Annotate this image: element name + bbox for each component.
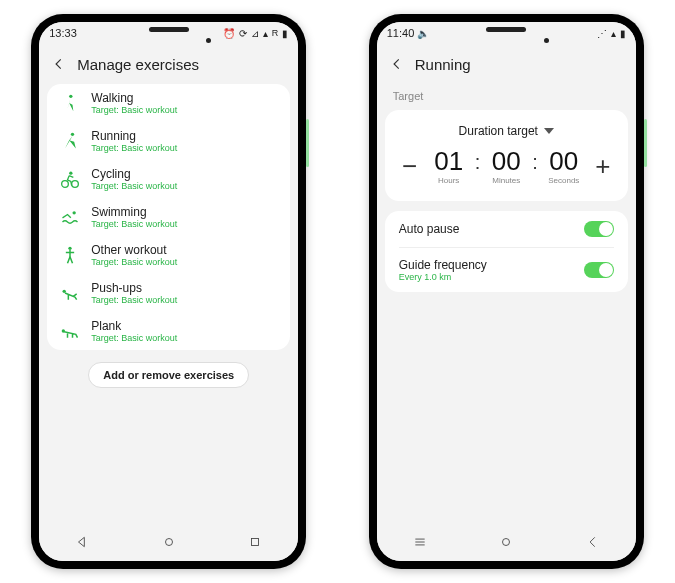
exercise-name: Push-ups: [91, 281, 278, 295]
battery-icon: ▮: [620, 28, 626, 39]
auto-pause-toggle[interactable]: [584, 221, 614, 237]
network-icon: ⊿: [251, 28, 259, 39]
status-time: 11:40: [387, 27, 415, 39]
minutes-column[interactable]: 00 Minutes: [484, 148, 528, 185]
exercise-item-cycling[interactable]: CyclingTarget: Basic workout: [47, 160, 290, 198]
screen-right: 11:40 🔈 ⋰ ▴ ▮ Running Target Duration ta…: [377, 22, 636, 561]
guide-frequency-row[interactable]: Guide frequency Every 1.0 km: [385, 248, 628, 292]
seconds-value: 00: [549, 148, 578, 174]
exercise-name: Other workout: [91, 243, 278, 257]
minutes-label: Minutes: [492, 176, 520, 185]
svg-point-5: [73, 211, 76, 214]
power-button: [644, 119, 647, 167]
exercise-texts: RunningTarget: Basic workout: [91, 129, 278, 153]
exercise-texts: SwimmingTarget: Basic workout: [91, 205, 278, 229]
phone-running-target: 11:40 🔈 ⋰ ▴ ▮ Running Target Duration ta…: [369, 14, 644, 569]
svg-point-4: [69, 172, 72, 175]
svg-point-1: [71, 133, 74, 136]
guide-frequency-sub: Every 1.0 km: [399, 272, 584, 282]
status-bar: 11:40 🔈 ⋰ ▴ ▮: [377, 22, 636, 44]
exercise-item-swimming[interactable]: SwimmingTarget: Basic workout: [47, 198, 290, 236]
nav-home-button[interactable]: [162, 535, 176, 553]
wifi-icon: ⋰: [597, 28, 607, 39]
exercise-item-pushups[interactable]: Push-upsTarget: Basic workout: [47, 274, 290, 312]
increment-button[interactable]: +: [590, 151, 616, 182]
phone-manage-exercises: 13:33 ⏰ ⟳ ⊿ ▴ R ▮ Manage exercises Walki…: [31, 14, 306, 569]
hours-value: 01: [434, 148, 463, 174]
exercise-target: Target: Basic workout: [91, 257, 278, 267]
exercise-target: Target: Basic workout: [91, 181, 278, 191]
sync-icon: ⟳: [239, 28, 247, 39]
svg-point-3: [72, 181, 79, 188]
alarm-icon: ⏰: [223, 28, 235, 39]
exercise-target: Target: Basic workout: [91, 143, 278, 153]
exercise-name: Cycling: [91, 167, 278, 181]
android-nav-bar: [377, 527, 636, 561]
seconds-label: Seconds: [548, 176, 579, 185]
hours-column[interactable]: 01 Hours: [427, 148, 471, 185]
duration-picker: − 01 Hours : 00 Minutes : 00 Seconds +: [395, 148, 618, 185]
chevron-down-icon: [544, 126, 554, 136]
back-button[interactable]: [49, 54, 69, 74]
auto-pause-row[interactable]: Auto pause: [385, 211, 628, 247]
running-icon: [59, 130, 81, 152]
status-icons: ⋰ ▴ ▮: [597, 28, 626, 39]
exercise-name: Running: [91, 129, 278, 143]
svg-point-6: [69, 247, 72, 250]
volume-icon: 🔈: [417, 28, 429, 39]
hours-label: Hours: [438, 176, 459, 185]
plank-icon: [59, 320, 81, 342]
exercise-item-walking[interactable]: WalkingTarget: Basic workout: [47, 84, 290, 122]
guide-frequency-toggle[interactable]: [584, 262, 614, 278]
back-arrow-icon: [390, 57, 404, 71]
exercise-target: Target: Basic workout: [91, 219, 278, 229]
time-separator: :: [475, 152, 481, 172]
section-label-target: Target: [377, 84, 636, 110]
nav-home-button[interactable]: [499, 535, 513, 553]
signal-icon: ▴: [263, 28, 268, 39]
status-bar: 13:33 ⏰ ⟳ ⊿ ▴ R ▮: [39, 22, 298, 44]
back-button[interactable]: [387, 54, 407, 74]
target-card: Duration target − 01 Hours : 00 Minutes …: [385, 110, 628, 201]
page-title: Manage exercises: [77, 56, 199, 73]
decrement-button[interactable]: −: [397, 151, 423, 182]
svg-point-2: [62, 181, 69, 188]
exercise-name: Walking: [91, 91, 278, 105]
exercise-item-other[interactable]: Other workoutTarget: Basic workout: [47, 236, 290, 274]
add-remove-exercises-button[interactable]: Add or remove exercises: [88, 362, 249, 388]
pushups-icon: [59, 282, 81, 304]
exercise-item-running[interactable]: RunningTarget: Basic workout: [47, 122, 290, 160]
svg-point-0: [69, 95, 72, 98]
exercise-list: WalkingTarget: Basic workoutRunningTarge…: [47, 84, 290, 350]
other-icon: [59, 244, 81, 266]
exercise-texts: Other workoutTarget: Basic workout: [91, 243, 278, 267]
exercise-target: Target: Basic workout: [91, 105, 278, 115]
exercise-item-plank[interactable]: PlankTarget: Basic workout: [47, 312, 290, 350]
signal-icon: ▴: [611, 28, 616, 39]
exercise-texts: Push-upsTarget: Basic workout: [91, 281, 278, 305]
nav-back-button[interactable]: [75, 535, 89, 553]
android-nav-bar: [39, 527, 298, 561]
nav-back-button[interactable]: [586, 535, 600, 553]
exercise-texts: PlankTarget: Basic workout: [91, 319, 278, 343]
seconds-column[interactable]: 00 Seconds: [542, 148, 586, 185]
nav-recent-button[interactable]: [248, 535, 262, 553]
header: Manage exercises: [39, 44, 298, 84]
walking-icon: [59, 92, 81, 114]
svg-point-11: [503, 539, 510, 546]
back-arrow-icon: [52, 57, 66, 71]
target-type-dropdown[interactable]: Duration target: [395, 124, 618, 138]
settings-card: Auto pause Guide frequency Every 1.0 km: [385, 211, 628, 292]
status-icons: ⏰ ⟳ ⊿ ▴ R ▮: [223, 28, 289, 39]
header: Running: [377, 44, 636, 84]
exercise-target: Target: Basic workout: [91, 333, 278, 343]
status-time: 13:33: [49, 27, 77, 39]
exercise-texts: CyclingTarget: Basic workout: [91, 167, 278, 191]
cycling-icon: [59, 168, 81, 190]
auto-pause-title: Auto pause: [399, 222, 584, 236]
exercise-target: Target: Basic workout: [91, 295, 278, 305]
exercise-texts: WalkingTarget: Basic workout: [91, 91, 278, 115]
svg-rect-10: [252, 539, 259, 546]
nav-recent-button[interactable]: [413, 535, 427, 553]
power-button: [306, 119, 309, 167]
